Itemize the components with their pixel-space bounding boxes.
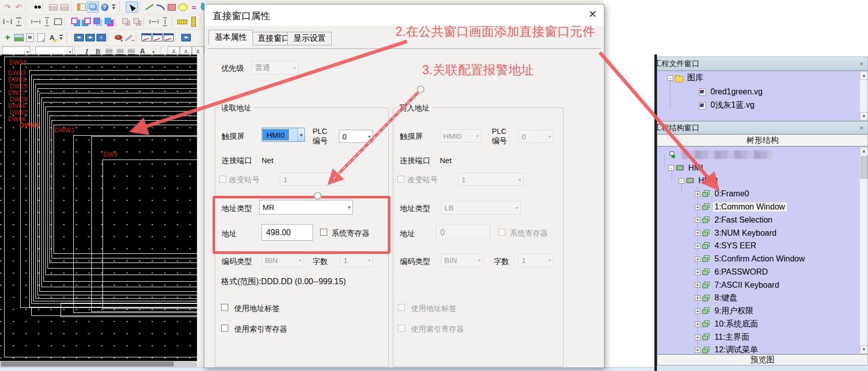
file-panel-scrollbar[interactable]: ▲ ▼	[859, 71, 868, 121]
compile-icon[interactable]	[73, 32, 84, 42]
read-words-select[interactable]: 1	[340, 253, 373, 267]
find-icon[interactable]	[30, 2, 41, 12]
system-settings-icon[interactable]	[163, 32, 174, 42]
tab-basic-properties[interactable]: 基本属性	[209, 30, 253, 45]
freeform-tool-icon[interactable]	[199, 2, 204, 12]
read-use-index-checkbox[interactable]	[221, 325, 228, 332]
shrink-font-icon[interactable]	[180, 46, 192, 56]
tree-item[interactable]: + 5:Confirm Action Window	[657, 252, 867, 266]
write-use-index-checkbox[interactable]	[398, 325, 405, 332]
print-icon[interactable]	[47, 2, 59, 12]
read-use-tag-checkbox[interactable]	[221, 304, 228, 311]
preview-header[interactable]: 预览图	[657, 354, 868, 365]
expand-toggle[interactable]: +	[695, 243, 700, 249]
close-icon[interactable]: ×	[859, 60, 863, 68]
expand-toggle[interactable]: +	[695, 256, 700, 262]
expand-toggle[interactable]: +	[695, 270, 700, 275]
toolbar-overflow-icon[interactable]	[110, 2, 117, 12]
align-center-h-icon[interactable]	[2, 17, 13, 27]
align-right-icon[interactable]	[126, 47, 137, 56]
font-box-icon[interactable]	[192, 46, 204, 56]
rect-tool-icon[interactable]	[166, 2, 177, 12]
tree-item[interactable]: + 12:调试菜单	[657, 344, 867, 354]
redo-icon[interactable]	[2, 2, 13, 12]
curve-tool-icon[interactable]	[155, 2, 166, 12]
read-change-station-checkbox[interactable]	[219, 176, 226, 183]
read-addr-type-select[interactable]: MR	[259, 200, 353, 215]
scroll-down-icon[interactable]: ▼	[860, 112, 868, 121]
download-icon[interactable]	[113, 32, 124, 42]
tree-item[interactable]: + 7:ASCII Keyboard	[657, 279, 867, 292]
editor-canvas[interactable]: DW58DW53DW63DW25DW27DW29DW60DW62DW66DW66…	[0, 55, 197, 361]
file-tree-item[interactable]: 0red1green.vg	[657, 85, 867, 98]
read-plc-number-select[interactable]: 0	[339, 130, 373, 143]
read-touchscreen-select[interactable]: HMI0	[262, 128, 305, 142]
tools-icon[interactable]	[124, 32, 135, 42]
stretch-v-icon[interactable]	[160, 17, 171, 27]
ruler-h-icon[interactable]	[177, 17, 188, 27]
ruler-v-icon[interactable]	[188, 17, 199, 27]
read-encode-select[interactable]: BIN	[262, 253, 304, 267]
write-touchscreen-select[interactable]: HMI0	[440, 129, 481, 142]
tree-item[interactable]: + 1:Common Window	[657, 200, 867, 214]
offline-sim-icon[interactable]	[141, 32, 152, 42]
font-tool-icon[interactable]	[46, 32, 58, 42]
stretch-h-icon[interactable]	[148, 17, 160, 27]
expand-toggle[interactable]: +	[695, 295, 700, 301]
compile-all-icon[interactable]	[84, 32, 95, 42]
write-encode-select[interactable]: BIN	[441, 253, 483, 267]
font-family-select[interactable]	[2, 46, 30, 56]
read-sysreg-checkbox[interactable]	[320, 229, 327, 236]
font-size-select[interactable]	[35, 46, 73, 56]
space-v-icon[interactable]	[131, 17, 142, 27]
canvas-vertical-scrollbar[interactable]	[197, 55, 205, 361]
font-color-icon[interactable]	[137, 47, 148, 56]
user-card-icon[interactable]	[76, 2, 87, 12]
tree-item[interactable]: + 3:NUM Keyboard	[657, 227, 867, 240]
font-color-dropdown[interactable]	[148, 47, 159, 56]
tree-item[interactable]: + 6:PASSWORD	[657, 266, 867, 279]
same-size-icon[interactable]	[53, 17, 64, 27]
transfer-icon[interactable]	[180, 32, 191, 42]
write-use-tag-checkbox[interactable]	[398, 304, 405, 311]
macro-doc-icon[interactable]	[24, 32, 35, 42]
line-tool-icon[interactable]	[144, 2, 155, 12]
clear-compile-icon[interactable]	[95, 32, 107, 42]
tree-item[interactable]: - HMI	[657, 162, 867, 175]
read-station-select[interactable]: 1	[280, 173, 344, 186]
align-center-icon[interactable]	[115, 47, 126, 56]
scrollbar-thumb[interactable]	[1, 361, 174, 366]
canvas-horizontal-scrollbar[interactable]	[0, 361, 197, 367]
same-height-icon[interactable]	[41, 17, 53, 27]
send-back-icon[interactable]	[81, 17, 92, 27]
enlarge-font-icon[interactable]	[168, 46, 180, 56]
close-icon[interactable]: ✕	[588, 8, 597, 20]
expand-toggle[interactable]: +	[695, 191, 700, 197]
project-structure-tree[interactable]: - HMI - HMI0 + 0:Frame0 +	[657, 146, 868, 354]
ungroup-icon[interactable]	[103, 17, 114, 27]
scroll-down-icon[interactable]: ▼	[860, 345, 868, 354]
same-width-icon[interactable]	[30, 17, 41, 27]
ellipse-tool-icon[interactable]	[177, 2, 188, 12]
file-tree-item[interactable]: - 图库	[657, 71, 867, 85]
align-center-v-icon[interactable]	[13, 17, 24, 27]
file-tree-item[interactable]: 0浅灰1蓝.vg	[657, 98, 867, 112]
project-file-tree[interactable]: - 图库 0red1green.vg 0浅灰1蓝.vg ▲ ▼	[657, 71, 868, 121]
expand-toggle[interactable]: +	[695, 308, 700, 314]
tree-item[interactable]: + 0:Frame0	[657, 187, 867, 200]
priority-select[interactable]: 普通	[251, 61, 298, 75]
tree-item[interactable]: + 9:用户权限	[657, 305, 867, 318]
project-structure-panel-header[interactable]: 工程结构窗口 ×	[657, 121, 868, 134]
tree-item[interactable]: + 11:主界面	[657, 331, 867, 344]
structure-panel-scrollbar[interactable]: ▲ ▼	[859, 147, 868, 354]
tree-item[interactable]: + 2:Fast Selection	[657, 214, 867, 227]
select-window-icon[interactable]	[87, 2, 99, 13]
undo-icon[interactable]	[13, 2, 24, 12]
write-station-select[interactable]: 1	[458, 173, 524, 186]
add-screen-icon[interactable]	[2, 32, 13, 42]
expand-toggle[interactable]: +	[695, 347, 700, 353]
print-preview-icon[interactable]	[59, 2, 70, 12]
expand-toggle[interactable]: -	[679, 178, 684, 184]
space-h-icon[interactable]	[120, 17, 131, 27]
read-addr-input[interactable]: 498.00	[262, 224, 313, 241]
